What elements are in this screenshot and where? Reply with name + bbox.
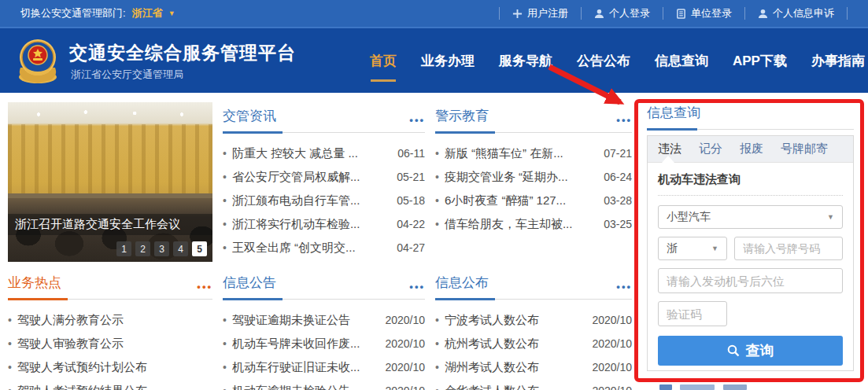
unit-login-link[interactable]: 单位登录 [663, 7, 744, 20]
pager-dot-4[interactable]: 4 [173, 241, 188, 256]
more-icon[interactable]: ••• [616, 281, 632, 292]
list-item[interactable]: 湖州考试人数公布2020/10 [435, 355, 632, 379]
site-subtitle: 浙江省公安厅交通管理局 [71, 68, 183, 82]
carousel-pager: 1 2 3 4 5 [116, 241, 207, 256]
nav-info-query[interactable]: 信息查询 [655, 52, 708, 70]
section-header: 信息公布 ••• [435, 274, 632, 300]
section-info-notice: 信息公告 ••• 驾驶证逾期未换证公告2020/10 机动车号牌未收回作废...… [223, 274, 425, 390]
chevron-down-icon: ▼ [827, 213, 834, 221]
chevron-down-icon: ▼ [711, 245, 718, 252]
engine-number-input[interactable] [658, 268, 843, 293]
news-list: 驾驶人满分教育公示 驾驶人审验教育公示 驾驶人考试预约计划公布 驾驶人考试预约结… [8, 308, 212, 390]
clipped-bottom-content [659, 384, 762, 390]
list-item[interactable]: 驾驶证逾期未换证公告2020/10 [223, 308, 425, 332]
list-item[interactable]: 宁波考试人数公布2020/10 [435, 308, 632, 332]
info-appeal-link[interactable]: 个人信息申诉 [744, 7, 848, 20]
pager-dot-5[interactable]: 5 [192, 241, 207, 256]
police-badge-logo [14, 36, 61, 85]
section-title[interactable]: 警示教育 [435, 107, 489, 125]
nav-help[interactable]: 办事指南 [811, 52, 865, 70]
register-link[interactable]: 用户注册 [499, 7, 581, 20]
list-item[interactable]: 浙江颁布电动自行车管...05-18 [223, 189, 425, 212]
nav-service-guide[interactable]: 服务导航 [499, 52, 552, 70]
personal-login-link[interactable]: 个人登录 [581, 7, 663, 20]
section-business-hot: 业务热点 ••• 驾驶人满分教育公示 驾驶人审验教育公示 驾驶人考试预约计划公布… [8, 274, 212, 390]
current-region: 浙江省 [132, 6, 163, 20]
personal-login-label: 个人登录 [609, 6, 650, 20]
news-list: 新版 “熊猫车位” 在新...07-21 疫期交管业务 “延期办...06-24… [435, 142, 632, 236]
plate-number-input[interactable] [734, 237, 843, 260]
info-appeal-label: 个人信息申诉 [773, 6, 834, 20]
tab-points[interactable]: 记分 [699, 142, 722, 156]
section-title[interactable]: 信息公告 [223, 274, 276, 292]
section-title[interactable]: 交管资讯 [223, 107, 276, 125]
tab-scrap[interactable]: 报废 [740, 142, 763, 156]
site-title: 交通安全综合服务管理平台 [69, 41, 296, 65]
section-warning-education: 警示教育 ••• 新版 “熊猫车位” 在新...07-21 疫期交管业务 “延期… [435, 107, 632, 236]
list-item[interactable]: 驾驶人审验教育公示 [8, 332, 212, 355]
switch-label: 切换公安交通管理部门: [20, 6, 126, 20]
news-list: 驾驶证逾期未换证公告2020/10 机动车号牌未收回作废...2020/10 机… [223, 308, 425, 390]
topbar: 切换公安交通管理部门: 浙江省 ▼ 用户注册 个人登录 单位登录 [0, 0, 868, 27]
pager-dot-1[interactable]: 1 [116, 241, 131, 256]
id-card-icon [676, 9, 686, 19]
more-icon[interactable]: ••• [616, 115, 632, 125]
tab-violation[interactable]: 违法 [658, 142, 681, 156]
more-icon[interactable]: ••• [409, 115, 425, 125]
list-item[interactable]: 借车给朋友，车主却被...03-25 [435, 212, 632, 236]
section-title[interactable]: 业务热点 [8, 274, 61, 292]
nav-app-download[interactable]: APP下载 [733, 52, 787, 70]
list-item[interactable]: 6小时夜查 “醉猫” 127...03-28 [435, 189, 632, 212]
query-panel-header: 信息查询 [647, 104, 854, 130]
pager-dot-2[interactable]: 2 [135, 241, 150, 256]
list-item[interactable]: 王双全出席 “创文明交...04-27 [223, 236, 425, 259]
section-title[interactable]: 信息公布 [435, 274, 489, 292]
site-header: 交通安全综合服务管理平台 浙江省公安厅交通管理局 首页 业务办理 服务导航 公告… [0, 28, 868, 93]
query-tabs: 违法 记分 报废 号牌邮寄 [648, 136, 853, 163]
list-item[interactable]: 杭州考试人数公布2020/10 [435, 332, 632, 355]
list-item[interactable]: 机动车号牌未收回作废...2020/10 [223, 332, 425, 355]
nav-announcements[interactable]: 公告公布 [577, 52, 630, 70]
plate-prefix-select[interactable]: 浙 ▼ [658, 237, 727, 260]
search-icon [727, 344, 740, 357]
person-icon [594, 9, 604, 19]
pager-dot-3[interactable]: 3 [154, 241, 169, 256]
query-panel-title[interactable]: 信息查询 [647, 104, 700, 122]
page: 切换公安交通管理部门: 浙江省 ▼ 用户注册 个人登录 单位登录 [0, 0, 868, 390]
captcha-input[interactable] [658, 301, 727, 326]
list-item[interactable]: 新版 “熊猫车位” 在新...07-21 [435, 142, 632, 165]
section-header: 业务热点 ••• [8, 274, 212, 300]
more-icon[interactable]: ••• [197, 281, 212, 292]
section-info-publish: 信息公布 ••• 宁波考试人数公布2020/10 杭州考试人数公布2020/10… [435, 274, 632, 390]
list-item[interactable]: 防重大 控较大 减总量 ...06-11 [223, 142, 425, 165]
list-item[interactable]: 金华考试人数公布2020/10 [435, 379, 632, 390]
section-header: 信息公告 ••• [223, 274, 425, 300]
list-item[interactable]: 驾驶人考试预约计划公布 [8, 355, 212, 379]
list-item[interactable]: 机动车行驶证旧证未收...2020/10 [223, 355, 425, 379]
news-list: 防重大 控较大 减总量 ...06-11 省公安厅交管局权威解...05-21 … [223, 142, 425, 259]
list-item[interactable]: 驾驶人考试预约结果公布 [8, 379, 212, 390]
section-traffic-news: 交管资讯 ••• 防重大 控较大 减总量 ...06-11 省公安厅交管局权威解… [223, 107, 425, 259]
query-submit-button[interactable]: 查询 [658, 336, 843, 366]
list-item[interactable]: 浙江将实行机动车检验...04-22 [223, 212, 425, 236]
vehicle-type-select[interactable]: 小型汽车 ▼ [658, 205, 843, 229]
tab-plate-mail[interactable]: 号牌邮寄 [781, 142, 828, 156]
main-nav: 首页 业务办理 服务导航 公告公布 信息查询 APP下载 办事指南 [370, 28, 865, 93]
topbar-links: 用户注册 个人登录 单位登录 个人信息申诉 [499, 0, 848, 27]
more-icon[interactable]: ••• [409, 281, 425, 292]
list-item[interactable]: 疫期交管业务 “延期办...06-24 [435, 165, 632, 189]
plus-icon [512, 9, 523, 19]
list-item[interactable]: 驾驶人满分教育公示 [8, 308, 212, 332]
nav-home[interactable]: 首页 [370, 52, 397, 70]
list-item[interactable]: 机动车逾期未检验公告2020/10 [223, 379, 425, 390]
plate-row: 浙 ▼ [658, 237, 843, 260]
news-carousel[interactable]: 浙江召开道路交通安全工作会议 1 2 3 4 5 [8, 102, 212, 262]
form-title: 机动车违法查询 [658, 172, 843, 196]
register-label: 用户注册 [527, 6, 568, 20]
carousel-caption[interactable]: 浙江召开道路交通安全工作会议 [8, 214, 212, 235]
curtain-texture [8, 124, 212, 194]
nav-business[interactable]: 业务办理 [421, 52, 475, 70]
list-item[interactable]: 省公安厅交管局权威解...05-21 [223, 165, 425, 189]
department-switcher[interactable]: 切换公安交通管理部门: 浙江省 ▼ [20, 6, 175, 20]
unit-login-label: 单位登录 [691, 6, 732, 20]
